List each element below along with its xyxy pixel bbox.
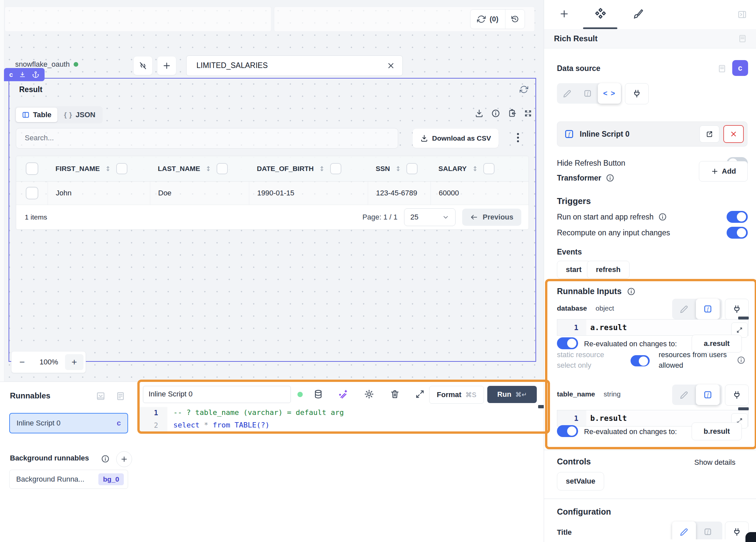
column-header[interactable]: SALARY	[430, 156, 529, 181]
mode-static-button[interactable]	[557, 83, 577, 104]
settings-tab-active[interactable]	[594, 7, 607, 20]
column-toggle[interactable]	[406, 163, 418, 174]
title-input-partial[interactable]	[557, 539, 748, 542]
remove-script-button[interactable]	[723, 125, 744, 143]
zoom-out-button[interactable]: −	[12, 357, 33, 367]
background-runnables-info[interactable]	[101, 455, 110, 463]
script-name-input[interactable]	[143, 386, 281, 402]
clear-selection-button[interactable]	[387, 61, 395, 70]
history-button[interactable]	[505, 10, 525, 29]
component-doc-icon[interactable]	[738, 34, 747, 43]
mode-template-button[interactable]: f	[696, 522, 720, 542]
data-source-doc-icon[interactable]	[717, 64, 727, 73]
table-name-dependency-chip[interactable]: b.result	[692, 423, 742, 440]
sort-icon[interactable]	[471, 165, 479, 172]
refresh-all-button[interactable]: (0)	[470, 10, 505, 29]
selected-script-chip[interactable]: f Inline Script 0	[557, 121, 747, 147]
mode-static-button[interactable]	[672, 385, 696, 405]
add-transformer-button[interactable]: Add	[699, 161, 748, 182]
column-header[interactable]: LAST_NAME	[150, 156, 249, 181]
tab-json[interactable]: { } JSON	[58, 108, 101, 122]
background-runnable-item[interactable]: Background Runna... bg_0	[9, 470, 128, 489]
run-on-start-toggle[interactable]	[727, 211, 748, 223]
expand-result-button[interactable]	[524, 109, 533, 118]
code-line-2[interactable]: select * from TABLE(?)	[173, 421, 269, 429]
control-chip-setvalue[interactable]: setValue	[557, 472, 604, 491]
zoom-in-button[interactable]: +	[65, 354, 84, 370]
code-line-1[interactable]: -- ? table_name (varchar) = default arg	[173, 408, 344, 417]
add-background-runnable-button[interactable]	[116, 451, 132, 467]
docs-button[interactable]	[116, 391, 125, 401]
mode-template-button[interactable]: f	[577, 83, 598, 104]
format-button[interactable]: Format ⌘S	[429, 386, 484, 404]
download-result-button[interactable]	[475, 109, 484, 118]
ai-assist-button[interactable]	[338, 389, 348, 399]
open-script-button[interactable]	[700, 125, 719, 143]
column-toggle[interactable]	[483, 163, 495, 174]
mode-eval-button-active[interactable]: f	[696, 299, 720, 319]
expand-editor-button[interactable]	[415, 389, 425, 399]
info-icon[interactable]	[737, 356, 745, 364]
previous-page-button[interactable]: Previous	[462, 209, 521, 226]
row-checkbox[interactable]	[26, 187, 38, 199]
copy-result-button[interactable]	[508, 109, 517, 118]
event-chip-refresh[interactable]: refresh	[587, 261, 630, 279]
script-settings-button[interactable]	[364, 389, 374, 399]
run-button[interactable]: Run ⌘↵	[487, 386, 537, 403]
database-dependency-chip[interactable]: a.result	[692, 335, 742, 353]
unlink-button[interactable]	[133, 56, 153, 75]
insert-component-tab[interactable]	[559, 9, 569, 19]
editor-scrollbar[interactable]	[538, 405, 544, 408]
event-chip-start[interactable]: start	[557, 261, 591, 279]
column-header[interactable]: FIRST_NAME	[48, 156, 150, 181]
resources-from-users-toggle[interactable]	[631, 355, 650, 366]
select-all-checkbox[interactable]	[26, 162, 38, 175]
sort-icon[interactable]	[205, 165, 212, 172]
tab-table[interactable]: Table	[16, 108, 57, 122]
mode-eval-button-active[interactable]: f	[696, 385, 720, 405]
component-refresh-button[interactable]	[520, 85, 528, 94]
info-icon[interactable]	[658, 213, 667, 221]
mini-scrollbar[interactable]	[738, 407, 749, 410]
download-csv-button[interactable]: Download as CSV	[413, 129, 498, 148]
mode-static-button[interactable]	[672, 299, 696, 319]
delete-script-button[interactable]	[390, 389, 400, 399]
component-id-badge[interactable]: c	[732, 60, 748, 76]
sort-icon[interactable]	[104, 165, 112, 172]
info-icon[interactable]	[627, 287, 636, 296]
canvas-empty-row-1[interactable]	[5, 7, 271, 32]
result-info-button[interactable]	[491, 109, 500, 118]
table-menu-button[interactable]	[517, 131, 520, 144]
app-canvas[interactable]: (0) snowflake_oauth c	[0, 0, 544, 382]
table-search-input[interactable]	[16, 128, 389, 148]
page-size-select[interactable]: 25	[404, 208, 456, 226]
move-down-icon[interactable]	[19, 71, 26, 78]
database-settings-button[interactable]	[313, 389, 323, 399]
show-details-link[interactable]: Show details	[694, 458, 736, 467]
table-name-reeval-toggle[interactable]	[557, 425, 578, 437]
database-reeval-toggle[interactable]	[557, 337, 578, 349]
theme-tab[interactable]	[633, 9, 644, 20]
runnable-item-inline-script-0[interactable]: Inline Script 0 c	[9, 413, 128, 433]
sort-icon[interactable]	[395, 165, 402, 172]
collapse-inspector-button[interactable]	[738, 10, 747, 19]
sort-icon[interactable]	[318, 165, 326, 172]
table-select-input[interactable]	[187, 56, 382, 75]
mode-static-button-active[interactable]	[672, 522, 696, 542]
mini-scrollbar[interactable]	[738, 317, 749, 320]
connect-input-button[interactable]	[725, 385, 749, 406]
table-row[interactable]: John Doe 1990-01-15 123-45-6789 60000	[16, 182, 529, 205]
column-header[interactable]: DATE_OF_BIRTH	[249, 156, 368, 181]
anchor-icon[interactable]	[32, 71, 39, 78]
connect-input-button[interactable]	[625, 83, 649, 104]
column-toggle[interactable]	[116, 163, 127, 174]
collapse-panel-button[interactable]	[96, 391, 106, 401]
recompute-toggle[interactable]	[727, 227, 748, 239]
info-icon[interactable]	[606, 174, 614, 182]
column-header[interactable]: SSN	[368, 156, 430, 181]
column-toggle[interactable]	[330, 163, 341, 174]
mode-eval-button-active[interactable]: < >	[598, 83, 621, 104]
add-datasource-button[interactable]	[157, 56, 176, 75]
column-toggle[interactable]	[217, 163, 228, 174]
database-expression-editor[interactable]: 1 a.result	[557, 319, 748, 336]
